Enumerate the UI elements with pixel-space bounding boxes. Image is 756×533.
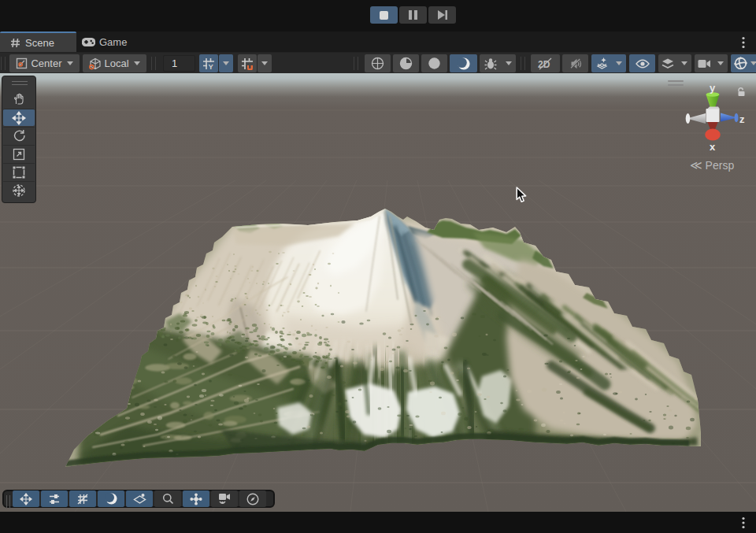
svg-text:2D: 2D [538,58,550,69]
svg-text:Y: Y [209,62,214,70]
